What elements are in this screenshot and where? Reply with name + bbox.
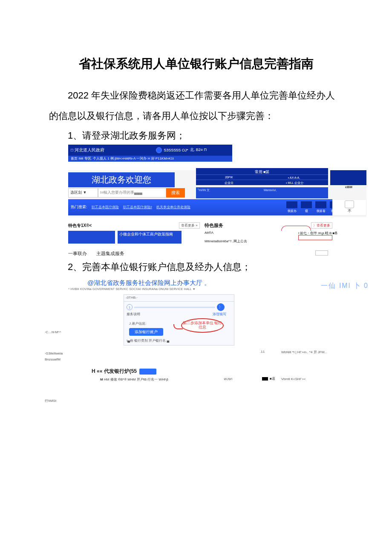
feature-card-policy[interactable]: 小微企业和个体工商户政策指南 (118, 231, 182, 244)
action-icon[interactable] (286, 201, 297, 208)
step-indicator-1: 1 (127, 304, 133, 310)
hot-link[interactable]: 职工基本医疗保险 (92, 205, 119, 209)
bottom-tab[interactable]: 一事联办 (68, 250, 87, 257)
screenshot-gov-portal: □ 河北道人民政府 S3SSS5S OJ* 北. B2≡ Π 首页 IMI 专区… (68, 145, 366, 256)
section-2-mid: WJ9/\ (224, 377, 232, 381)
side-text: ·C…hl·M^^ (45, 330, 61, 334)
ebm-label: eBM (345, 185, 352, 189)
intro-paragraph: 2022 年失业保险费稳岗返还工作需要各用人单位完善单位经办人的信息以及银行信息… (49, 85, 343, 127)
top-badge-group: S3SSS5S OJ* 北. B2≡ Π (156, 147, 207, 153)
mid-cell[interactable]: Mansv/ui、 (262, 187, 328, 198)
account-info-label: J 弟户信息: (129, 321, 146, 326)
hot-search-bar: 热门搜索: 职工基本医疗保险 职工基本医疗保险2 机关事业单位养老保险 我要办 … (68, 199, 366, 215)
tab-cell[interactable]: • MLL 企业士· (262, 180, 328, 186)
action-icon[interactable] (315, 201, 326, 208)
bottom-tabs: 一事联办 主题集成服务 (68, 250, 124, 257)
nav-bar: 首页 IMI 专区. 个人提人 1 例 βM<>HARtı·Λ 一河办 H 好 … (68, 156, 232, 162)
action-label: 我要办 (286, 209, 297, 213)
welcome-title: 湖北政务欢迎您 (68, 172, 175, 187)
hot-link[interactable]: 机关事业单位养老保险 (156, 205, 190, 209)
action-icon[interactable] (301, 201, 312, 208)
feature-card[interactable] (68, 231, 115, 244)
top-badge-suffix: 北. B2≡ Π (190, 147, 207, 153)
common-tabs: 常用 ■第 20PIK • AX·A·A、 企业去 • MLL 企业士· (196, 168, 328, 185)
blue-tag (139, 369, 156, 375)
more-link[interactable]: 查看更多 » (179, 222, 200, 229)
gov-name: □ 河北道人民政府 (71, 147, 104, 153)
feature-cards: 小微企业和个体工商户政策指南 Att®Λ MitmetaBstnt6a*?..网… (68, 231, 366, 246)
panel-header: -0THB-∙ (124, 295, 234, 302)
emblem-icon (156, 147, 162, 153)
widget-text: 不 (333, 208, 366, 214)
section-2-columns: M HM 修改 ®B*® MHM 开户IB 行名一 WHf·β (100, 377, 168, 382)
action-label: 我要看 (315, 209, 326, 213)
section-2-title: H «« 代发银行炉(55 (92, 368, 137, 375)
bottom-tab[interactable]: 主题集成服务 (96, 250, 124, 257)
step-2-text: 2、完善本单位银行账户信息及经办人信息； (49, 258, 343, 276)
region-select[interactable]: 选区划 ▼ (68, 188, 98, 198)
footer-text: 行IWlSt (45, 398, 56, 403)
top-badge-text: S3SSS5S OJ* (164, 148, 188, 152)
hot-link[interactable]: 职工基本医疗保险2 (123, 205, 152, 209)
widget-icon (345, 200, 354, 208)
step-1-text: 1、请登录湖北政务服务网； (49, 127, 343, 145)
add-bank-account-button[interactable]: 添加银行账户 (129, 328, 163, 336)
action-label: 窥 (301, 209, 312, 213)
step-label-1: 服务说明 (127, 312, 140, 317)
hot-label: 热门搜索: (71, 204, 87, 210)
side-text: ·G3iteItweia (45, 352, 63, 355)
feature-left-title: 特色专1X®< (68, 223, 92, 229)
black-square-icon (262, 377, 268, 381)
step-label-2: 添理填写 (213, 312, 226, 317)
tab-cell[interactable]: 企业去 (196, 180, 262, 186)
section-2-header: H «« 代发银行炉(55 (92, 368, 156, 375)
sq-label: ■速 (270, 376, 275, 381)
screenshot-insurance-hall: @湖北省政务服务社会保险网上办事大厅 。 ^ HVBH KOVINa GOVER… (45, 279, 369, 407)
side-text: BnzssaifM (45, 357, 61, 361)
feature-mid-title: 特色服务 (205, 222, 223, 229)
side-text: .11 (260, 350, 265, 354)
side-widget: 不 (332, 199, 366, 215)
red-highlight-box (298, 235, 332, 240)
hall-right-label: 一仙 IMl 卜 0 (321, 282, 369, 291)
search-input[interactable]: I≡幅入您要办理的事▄▄▄ (98, 188, 166, 198)
section-2-right: Vbmtl K<SHГ>< (281, 377, 306, 381)
feature-mid-text: Att®Λ MitmetaBstnt6a*?..网上公去 (205, 231, 247, 244)
search-mid-tabs: °mi/\N 文 Mansv/ui、 (196, 187, 328, 198)
more-link[interactable]: 〉查看更多 (311, 222, 332, 229)
step-indicator-2: 〉 (217, 303, 225, 311)
side-text: WbNlit *t | HΓ>m.. *4 开 JFM... (281, 350, 327, 355)
table-headers: I▄称 银行类别 开户银行名 ▄ (127, 338, 169, 343)
top-bar: □ 河北道人民政府 S3SSS5S OJ* 北. B2≡ Π (68, 145, 232, 156)
search-button[interactable]: 搜索 (166, 188, 185, 198)
mid-cell[interactable]: °mi/\N 文 (196, 187, 262, 198)
hall-title: @湖北省政务服务社会保险网上办事大厅 。 (87, 279, 210, 287)
page-title: 省社保系统用人单位银行账户信息完善指南 (49, 55, 343, 73)
search-row: 选区划 ▼ I≡幅入您要办理的事▄▄▄ 搜索 °mi/\N 文 Mansv/ui… (68, 187, 366, 198)
step-bar (134, 307, 215, 308)
bottom-right-box (315, 250, 328, 256)
feature-row: 特色专1X®< 查看更多 » 特色服务 〉查看更多 (68, 221, 366, 230)
red-arc-annotation (281, 226, 311, 231)
common-tabs-right (330, 170, 366, 185)
hall-subtitle: ^ HVBH KOVINa GOVERNMENT SERVKC SOCXAI I… (68, 288, 196, 291)
